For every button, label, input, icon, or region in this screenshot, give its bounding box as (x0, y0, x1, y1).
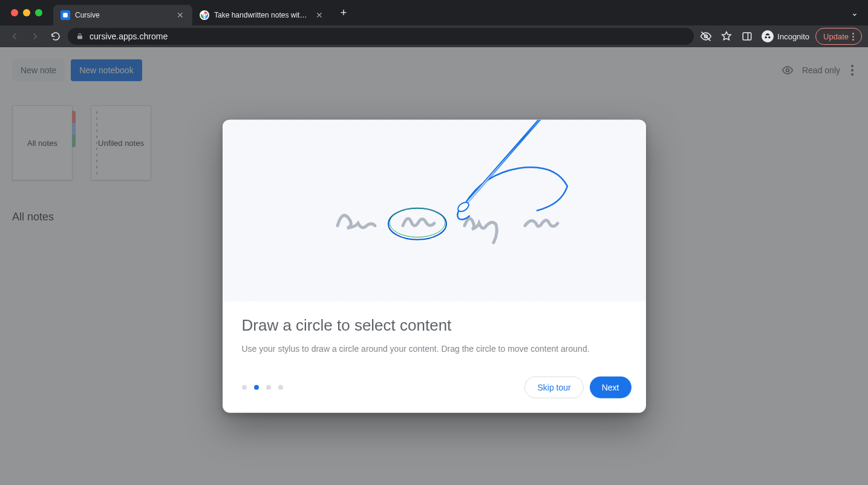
update-button[interactable]: Update (815, 28, 862, 45)
step-dot[interactable] (278, 385, 283, 390)
side-panel-icon[interactable] (739, 28, 755, 45)
svg-point-3 (203, 14, 206, 16)
window-close-button[interactable] (11, 9, 18, 16)
tab-title: Cursive (75, 11, 171, 19)
step-dot[interactable] (254, 385, 259, 390)
tour-illustration (223, 119, 646, 301)
address-bar[interactable]: cursive.apps.chrome (68, 28, 694, 45)
tour-step-dots (242, 385, 283, 390)
window-controls (5, 9, 48, 16)
tour-heading: Draw a circle to select content (242, 315, 627, 334)
tab-close-icon[interactable]: ✕ (315, 10, 324, 20)
lock-icon (76, 33, 83, 40)
bookmark-star-icon[interactable] (718, 28, 735, 45)
menu-icon (852, 33, 854, 41)
nav-back-button[interactable] (6, 28, 23, 45)
skip-tour-button[interactable]: Skip tour (524, 377, 583, 398)
tab-close-icon[interactable]: ✕ (175, 10, 185, 20)
step-dot[interactable] (242, 385, 247, 390)
tab-title: Take handwritten notes with Cu (214, 11, 310, 19)
tab-favicon (200, 10, 209, 20)
tab-favicon (60, 10, 70, 20)
tab-cursive[interactable]: Cursive ✕ (53, 5, 192, 25)
update-label: Update (823, 32, 849, 41)
nav-forward-button[interactable] (27, 28, 44, 45)
incognito-indicator: Incognito (759, 30, 812, 42)
svg-rect-5 (743, 33, 752, 40)
step-dot[interactable] (266, 385, 271, 390)
tour-body: Use your stylus to draw a circle around … (242, 343, 627, 355)
browser-tabstrip: Cursive ✕ Take handwritten notes with Cu… (0, 0, 868, 25)
window-minimize-button[interactable] (23, 9, 30, 16)
tab-help-article[interactable]: Take handwritten notes with Cu ✕ (192, 5, 331, 25)
tab-overflow-icon[interactable]: ⌄ (846, 8, 863, 18)
tabs: Cursive ✕ Take handwritten notes with Cu… (53, 0, 331, 25)
url-text: cursive.apps.chrome (90, 31, 685, 41)
next-button[interactable]: Next (590, 377, 631, 398)
new-tab-button[interactable]: + (335, 4, 352, 21)
browser-toolbar: cursive.apps.chrome Incognito Update (0, 25, 868, 47)
reload-button[interactable] (47, 28, 64, 45)
tour-dialog: Draw a circle to select content Use your… (223, 119, 646, 413)
window-zoom-button[interactable] (35, 9, 42, 16)
svg-rect-0 (63, 13, 68, 18)
incognito-icon (762, 30, 774, 42)
eye-off-icon[interactable] (697, 28, 714, 45)
incognito-label: Incognito (777, 32, 809, 41)
